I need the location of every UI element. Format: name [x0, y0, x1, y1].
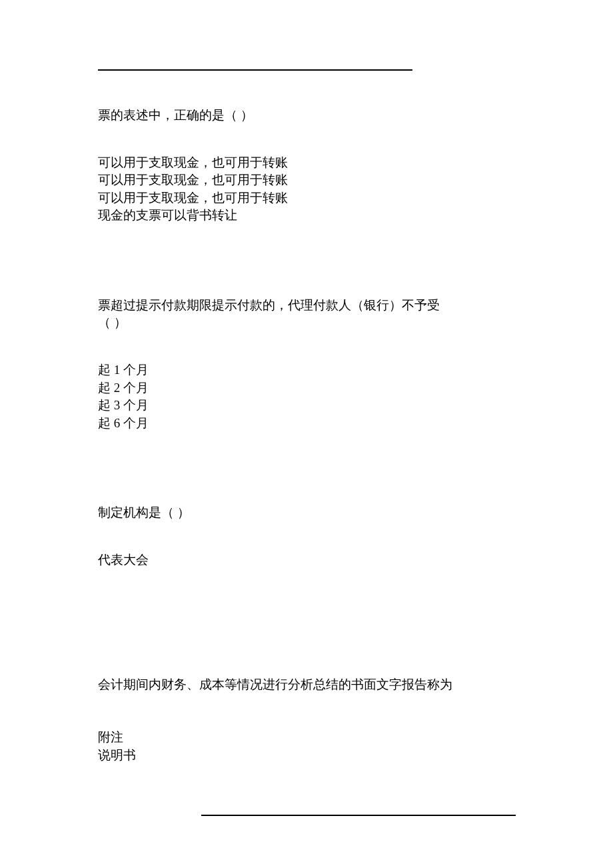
q3-opt-c — [98, 569, 518, 587]
q3-opt-a: 代表大会 — [98, 551, 518, 569]
q1-stem: 票的表述中，正确的是（ ） — [98, 107, 518, 125]
q4-opt-b: 附注 — [98, 729, 518, 747]
q2-options: 起 1 个月 ﻿起 2 个月 ﻿起 3 个月 ﻿起 6 个月 — [98, 361, 518, 432]
q3-opt-d — [98, 587, 518, 605]
top-rule — [98, 69, 412, 71]
q2-tag — [98, 281, 518, 297]
q1-opt-c: 可以用于支取现金，也可用于转账 — [98, 189, 518, 207]
q4-tag — [98, 661, 518, 677]
question-4: 会计期间内财务、成本等情况进行分析总结的书面文字报告称为 ﻿ ﻿附注 ﻿说明书 — [98, 661, 518, 765]
q4-opt-a — [98, 711, 518, 729]
q2-stem-1: 票超过提示付款期限提示付款的，代理付款人（银行）不予受 — [98, 297, 518, 315]
q3-options: 代表大会 — [98, 551, 518, 605]
question-1: 票的表述中，正确的是（ ） ﻿可以用于支取现金，也可用于转账 ﻿可以用于支取现金… — [98, 107, 518, 225]
q4-stem: 会计期间内财务、成本等情况进行分析总结的书面文字报告称为 — [98, 676, 518, 694]
q1-opt-d: 现金的支票可以背书转让 — [98, 207, 518, 225]
q2-stem-2: （ ） — [98, 314, 518, 332]
bottom-rule — [201, 815, 516, 816]
q4-opt-c: 说明书 — [98, 747, 518, 765]
question-2: 票超过提示付款期限提示付款的，代理付款人（银行）不予受 （ ） ﻿起 1 个月 … — [98, 281, 518, 432]
q4-options: 附注 ﻿说明书 — [98, 711, 518, 765]
q2-opt-b: 起 2 个月 — [98, 379, 518, 397]
q1-opt-b: 可以用于支取现金，也可用于转账 — [98, 171, 518, 189]
q2-opt-d: 起 6 个月 — [98, 415, 518, 433]
q1-options: 可以用于支取现金，也可用于转账 ﻿可以用于支取现金，也可用于转账 ﻿可以用于支取… — [98, 154, 518, 225]
q2-opt-a: 起 1 个月 — [98, 361, 518, 379]
q3-tag — [98, 488, 518, 504]
q3-stem: 制定机构是（ ） — [98, 504, 518, 522]
q2-opt-c: 起 3 个月 — [98, 397, 518, 415]
question-3: 制定机构是（ ） ﻿代表大会 — [98, 488, 518, 604]
q1-opt-a: 可以用于支取现金，也可用于转账 — [98, 154, 518, 172]
